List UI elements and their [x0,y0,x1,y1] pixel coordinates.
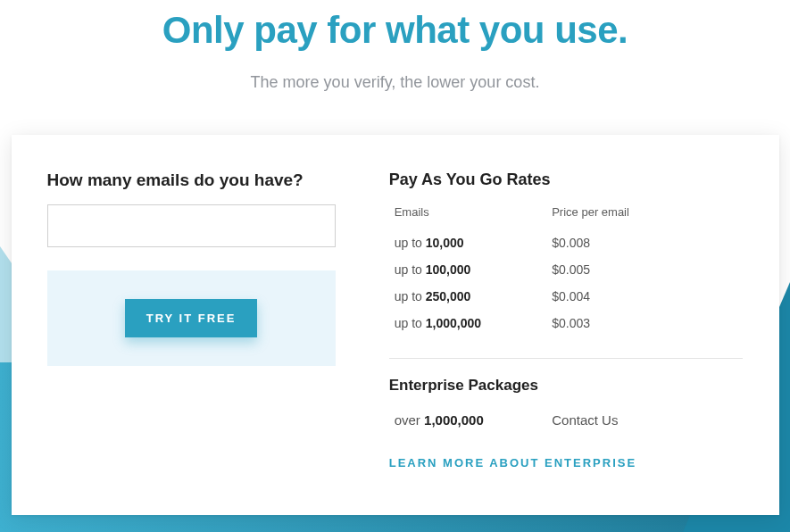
rates-tier-price: $0.003 [552,316,743,330]
rates-table: Emails Price per email up to 10,000 $0.0… [389,200,744,337]
card-left-column: How many emails do you have? TRY IT FREE [47,170,353,470]
rates-tier-price: $0.005 [552,262,743,277]
rates-tier-price: $0.008 [552,236,743,250]
rates-header-price: Price per email [552,205,743,219]
rates-tier-label: up to 1,000,000 [389,316,553,330]
rates-tier-label: up to 100,000 [389,262,553,277]
section-divider [389,358,744,359]
pricing-card: How many emails do you have? TRY IT FREE… [12,135,779,515]
payg-title: Pay As You Go Rates [389,170,744,189]
rates-tier-prefix: up to [395,262,426,277]
page-headline: Only pay for what you use. [0,9,790,52]
enterprise-contact: Contact Us [552,412,743,428]
rates-tier-prefix: up to [395,316,426,330]
rates-tier-qty: 250,000 [426,289,471,303]
rates-header-row: Emails Price per email [389,200,744,224]
rates-tier-qty: 100,000 [426,262,471,277]
enterprise-title: Enterprise Packages [389,377,744,395]
rates-tier-price: $0.004 [552,289,743,303]
enterprise-tier-qty: 1,000,000 [424,412,484,428]
enterprise-tier-label: over 1,000,000 [389,412,553,428]
page-header: Only pay for what you use. The more you … [0,0,790,92]
email-count-title: How many emails do you have? [47,170,336,190]
rates-tier-prefix: up to [395,289,426,303]
enterprise-tier-prefix: over [395,412,424,428]
rates-tier-label: up to 10,000 [389,236,553,250]
rates-row: up to 100,000 $0.005 [389,256,744,283]
email-count-input[interactable] [47,204,336,247]
rates-tier-prefix: up to [395,236,426,250]
rates-row: up to 1,000,000 $0.003 [389,310,744,337]
rates-header-emails: Emails [389,205,553,219]
enterprise-row: over 1,000,000 Contact Us [389,407,744,433]
rates-tier-qty: 10,000 [426,236,464,250]
rates-row: up to 10,000 $0.008 [389,229,744,256]
cta-box: TRY IT FREE [47,270,336,366]
page-subheadline: The more you verify, the lower your cost… [0,73,790,92]
try-free-button[interactable]: TRY IT FREE [125,299,258,337]
rates-tier-qty: 1,000,000 [426,316,481,330]
rates-tier-label: up to 250,000 [389,289,553,303]
learn-more-enterprise-link[interactable]: LEARN MORE ABOUT ENTERPRISE [389,456,636,470]
card-right-column: Pay As You Go Rates Emails Price per ema… [353,170,744,470]
rates-row: up to 250,000 $0.004 [389,283,744,310]
